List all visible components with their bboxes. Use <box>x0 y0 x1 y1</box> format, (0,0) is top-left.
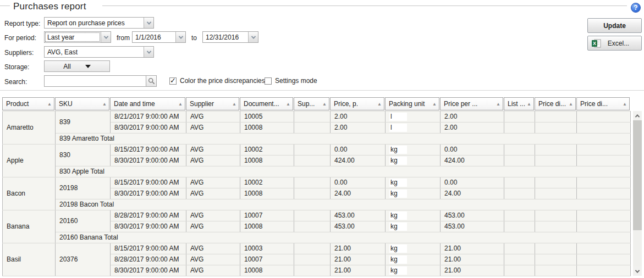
cell-price[interactable]: 0.00 <box>331 177 386 188</box>
cell-date[interactable]: 8/21/2017 9:00:00 AM <box>111 112 186 123</box>
cell-price-per[interactable]: 453.00 <box>441 221 504 232</box>
cell-price-di-2[interactable] <box>577 112 631 123</box>
cell-price-di-2[interactable] <box>577 155 631 166</box>
cell-price-di-1[interactable] <box>535 144 577 155</box>
column-header-4[interactable]: Document...▲ <box>240 97 293 110</box>
cell-price-di-1[interactable] <box>535 188 577 199</box>
cell-price[interactable]: 453.00 <box>331 210 386 221</box>
cell-sku[interactable]: 20198 <box>56 177 111 199</box>
cell-price-di-1[interactable] <box>535 265 577 276</box>
cell-price-per[interactable]: 21.00 <box>441 265 504 276</box>
cell-packing[interactable]: kg <box>386 210 441 221</box>
cell-price-per[interactable]: 453.00 <box>441 210 504 221</box>
cell-sku[interactable]: 20376 <box>56 243 111 276</box>
cell-sup[interactable] <box>294 188 331 199</box>
cell-supplier[interactable]: AVG <box>186 123 240 134</box>
cell-group-total[interactable]: 20198 Bacon Total <box>56 199 631 210</box>
column-header-2[interactable]: Date and time▲ <box>110 97 185 110</box>
cell-sku[interactable]: 839 <box>56 112 111 134</box>
cell-product[interactable]: Amaretto <box>3 112 56 144</box>
cell-product[interactable]: Basil <box>3 243 56 276</box>
cell-packing[interactable]: kg <box>386 155 441 166</box>
cell-supplier[interactable]: AVG <box>186 144 240 155</box>
cell-list[interactable] <box>504 188 535 199</box>
cell-list[interactable] <box>504 144 535 155</box>
cell-sup[interactable] <box>294 243 331 254</box>
cell-supplier[interactable]: AVG <box>186 221 240 232</box>
cell-date[interactable]: 8/28/2017 9:00:00 AM <box>111 254 186 265</box>
column-header-9[interactable]: List ...▲ <box>504 97 534 110</box>
cell-list[interactable] <box>504 243 535 254</box>
cell-packing[interactable]: kg <box>386 144 441 155</box>
cell-sup[interactable] <box>294 254 331 265</box>
report-type-dropdown-button[interactable] <box>144 18 153 28</box>
search-input[interactable] <box>44 75 146 87</box>
column-header-0[interactable]: Product▲ <box>2 97 54 110</box>
period-combo[interactable]: Last year <box>44 31 111 43</box>
cell-document[interactable]: 10008 <box>240 155 294 166</box>
cell-document[interactable]: 10008 <box>240 265 294 276</box>
column-header-11[interactable]: Price di...▲ <box>576 97 630 110</box>
search-button[interactable] <box>146 75 157 87</box>
scroll-up-button[interactable] <box>633 111 642 120</box>
cell-supplier[interactable]: AVG <box>186 265 240 276</box>
settings-mode-checkbox[interactable]: Settings mode <box>265 77 317 85</box>
cell-supplier[interactable]: AVG <box>186 243 240 254</box>
cell-product[interactable]: Bacon <box>3 177 56 210</box>
cell-price-per[interactable]: 0.00 <box>441 144 504 155</box>
cell-sup[interactable] <box>294 221 331 232</box>
cell-date[interactable]: 8/15/2017 9:00:00 AM <box>111 177 186 188</box>
cell-price-per[interactable]: 424.00 <box>441 155 504 166</box>
cell-group-total[interactable]: 20160 Banana Total <box>56 232 631 243</box>
cell-sku[interactable]: 830 <box>56 144 111 166</box>
suppliers-combo[interactable]: AVG, East <box>44 46 154 58</box>
cell-price[interactable]: 21.00 <box>331 243 386 254</box>
cell-date[interactable]: 8/30/2017 9:00:00 AM <box>111 123 186 134</box>
cell-price-per[interactable]: 21.00 <box>441 254 504 265</box>
cell-date[interactable]: 8/15/2017 9:00:00 AM <box>111 144 186 155</box>
column-header-6[interactable]: Price, p.▲ <box>330 97 384 110</box>
cell-date[interactable]: 8/30/2017 9:00:00 AM <box>111 188 186 199</box>
cell-document[interactable]: 10007 <box>240 254 294 265</box>
cell-supplier[interactable]: AVG <box>186 254 240 265</box>
cell-document[interactable]: 10008 <box>240 221 294 232</box>
cell-supplier[interactable]: AVG <box>186 155 240 166</box>
cell-price-per[interactable]: 2.00 <box>441 112 504 123</box>
cell-packing[interactable]: kg <box>386 221 441 232</box>
cell-packing[interactable]: kg <box>386 243 441 254</box>
cell-sku[interactable]: 20160 <box>56 210 111 232</box>
column-header-5[interactable]: Sup...▲ <box>294 97 329 110</box>
cell-price-di-2[interactable] <box>577 210 631 221</box>
cell-price-di-2[interactable] <box>577 254 631 265</box>
cell-price-di-1[interactable] <box>535 243 577 254</box>
cell-price-di-1[interactable] <box>535 155 577 166</box>
cell-date[interactable]: 8/28/2017 9:00:00 AM <box>111 210 186 221</box>
date-to-dropdown-button[interactable] <box>248 32 258 42</box>
cell-price-di-1[interactable] <box>535 123 577 134</box>
cell-price-di-1[interactable] <box>535 254 577 265</box>
cell-date[interactable]: 8/30/2017 9:00:00 AM <box>111 221 186 232</box>
column-header-3[interactable]: Supplier▲ <box>186 97 239 110</box>
cell-price-di-2[interactable] <box>577 221 631 232</box>
cell-price-di-2[interactable] <box>577 265 631 276</box>
cell-supplier[interactable]: AVG <box>186 210 240 221</box>
cell-document[interactable]: 10008 <box>240 188 294 199</box>
cell-sup[interactable] <box>294 155 331 166</box>
cell-price-per[interactable]: 24.00 <box>441 188 504 199</box>
storage-dropdown-button[interactable]: All <box>44 60 110 72</box>
cell-price-di-2[interactable] <box>577 243 631 254</box>
cell-packing[interactable]: kg <box>386 254 441 265</box>
cell-price-di-1[interactable] <box>535 221 577 232</box>
date-from-dropdown-button[interactable] <box>175 32 185 42</box>
cell-document[interactable]: 10005 <box>240 112 294 123</box>
vertical-scrollbar[interactable] <box>633 111 642 276</box>
help-icon[interactable]: ? <box>631 3 641 13</box>
cell-price-di-1[interactable] <box>535 112 577 123</box>
column-header-1[interactable]: SKU▲ <box>55 97 109 110</box>
cell-supplier[interactable]: AVG <box>186 112 240 123</box>
scroll-down-button[interactable] <box>633 266 642 276</box>
cell-sup[interactable] <box>294 210 331 221</box>
cell-supplier[interactable]: AVG <box>186 188 240 199</box>
cell-date[interactable]: 8/30/2017 9:00:00 AM <box>111 265 186 276</box>
cell-document[interactable]: 10008 <box>240 123 294 134</box>
